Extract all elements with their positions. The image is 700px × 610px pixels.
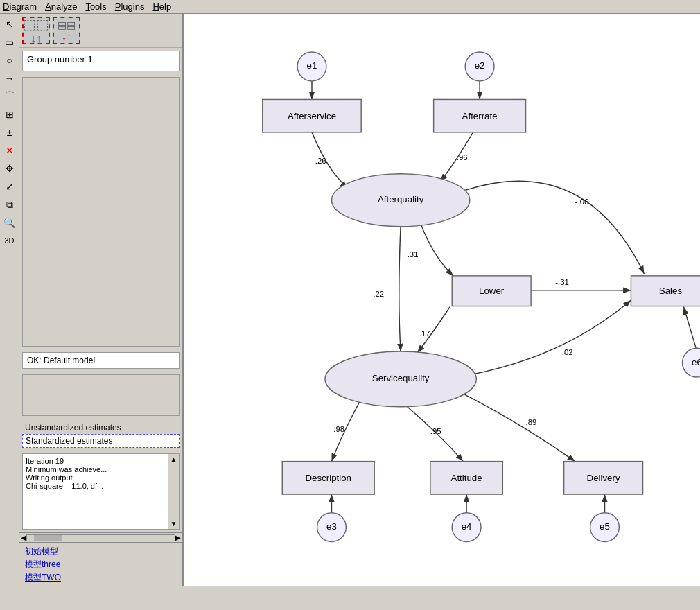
sidebar-icon-error[interactable]: ± bbox=[2, 125, 17, 140]
path-servicequality-delivery bbox=[457, 390, 575, 462]
models-footer: 初始模型 模型three 模型TWO bbox=[19, 542, 182, 586]
label-servicequality-delivery: .89 bbox=[526, 418, 537, 426]
menu-help[interactable]: Help bbox=[152, 1, 171, 12]
menu-plugins[interactable]: Plugins bbox=[115, 1, 145, 12]
log-hscrollbar[interactable]: ◀ ▶ bbox=[19, 532, 182, 542]
path-servicequality-sales bbox=[472, 300, 631, 374]
sidebar-icon-zoom[interactable]: 🔍 bbox=[2, 215, 17, 230]
estimates-area: Unstandardized estimates Standardized es… bbox=[22, 421, 180, 448]
node-servicequality-label: Servicequality bbox=[372, 373, 430, 383]
label-lower-servicequality: .17 bbox=[419, 329, 430, 338]
scroll-up-arrow[interactable]: ▲ bbox=[169, 454, 179, 464]
node-e4-label: e4 bbox=[462, 521, 472, 532]
menu-tools[interactable]: Tools bbox=[85, 1, 106, 12]
label-servicequality-attitude: .95 bbox=[430, 427, 441, 435]
node-e3-label: e3 bbox=[326, 521, 337, 532]
output-log-scrollbar[interactable]: ▲ ▼ bbox=[168, 454, 179, 529]
group-list-area bbox=[22, 77, 180, 347]
label-afterservice-afterquality: .26 bbox=[315, 157, 326, 165]
sidebar-icon-select[interactable]: ↖ bbox=[2, 17, 17, 32]
scroll-right-arrow[interactable]: ▶ bbox=[175, 534, 181, 541]
label-afterquality-servicequality: .22 bbox=[373, 290, 384, 298]
sidebar-icon-resize[interactable]: ⤢ bbox=[2, 179, 17, 194]
node-attitude-label: Attitude bbox=[451, 473, 482, 483]
hscroll-track[interactable] bbox=[26, 534, 175, 541]
label-servicequality-description: .98 bbox=[333, 425, 344, 433]
left-toolbar: ⬚⬚ ↓↑ ▤▤ ↓↑ bbox=[19, 14, 182, 48]
node-lower-label: Lower bbox=[479, 286, 505, 296]
output-log: Iteration 19 Minimum was achieve... Writ… bbox=[22, 453, 180, 530]
path-afterquality-sales bbox=[465, 181, 644, 274]
sidebar-icon-3d[interactable]: 3D bbox=[2, 233, 17, 248]
label-lower-sales: -.31 bbox=[555, 278, 569, 286]
model-link-2[interactable]: 模型TWO bbox=[25, 572, 177, 584]
diagram-svg: .26 .96 -.06 .31 .22 .17 -.31 .02 bbox=[184, 14, 700, 586]
node-afterrate-label: Afterrate bbox=[462, 111, 498, 121]
node-delivery-label: Delivery bbox=[587, 473, 620, 483]
toolbar-arrange-icons[interactable]: ▤▤ ↓↑ bbox=[53, 17, 80, 44]
scroll-down-arrow[interactable]: ▼ bbox=[169, 518, 179, 529]
sidebar-icon-move[interactable]: ✥ bbox=[2, 161, 17, 176]
menu-analyze[interactable]: Analyze bbox=[45, 1, 77, 12]
toolbar-draw-icons[interactable]: ⬚⬚ ↓↑ bbox=[22, 17, 50, 44]
sidebar-icon-draw-rect[interactable]: ▭ bbox=[2, 35, 17, 50]
log-line-3: Writing output bbox=[26, 473, 176, 482]
node-afterservice-label: Afterservice bbox=[288, 111, 336, 121]
model-status: OK: Default model bbox=[22, 352, 180, 369]
model-status-text: OK: Default model bbox=[27, 356, 95, 365]
label-servicequality-sales: .02 bbox=[562, 348, 573, 356]
log-line-1: Iteration 19 bbox=[26, 457, 176, 465]
node-description-label: Description bbox=[306, 473, 351, 483]
label-afterquality-sales: -.06 bbox=[575, 198, 589, 206]
sidebar-icon-arrow[interactable]: → bbox=[2, 71, 17, 86]
node-sales-label: Sales bbox=[659, 286, 683, 296]
sidebar-icon-covariance[interactable]: ⌒ bbox=[2, 89, 17, 104]
log-line-4: Chi-square = 11.0, df... bbox=[26, 482, 176, 490]
scroll-left-arrow[interactable]: ◀ bbox=[21, 534, 26, 541]
unstandardized-estimates[interactable]: Unstandardized estimates bbox=[22, 421, 180, 434]
node-e5-label: e5 bbox=[600, 521, 610, 532]
sidebar-icon-draw-ellipse[interactable]: ○ bbox=[2, 53, 17, 68]
icon-sidebar: ↖ ▭ ○ → ⌒ ⊞ ± ✕ ✥ ⤢ ⧉ 🔍 3D bbox=[0, 14, 19, 586]
label-afterquality-lower: .31 bbox=[408, 250, 419, 259]
group-number-label: Group number 1 bbox=[27, 54, 93, 64]
status-spacer bbox=[22, 374, 180, 416]
model-link-1[interactable]: 模型three bbox=[25, 559, 177, 570]
standardized-estimates[interactable]: Standardized estimates bbox=[22, 434, 180, 448]
log-line-2: Minimum was achieve... bbox=[26, 465, 176, 473]
menu-diagram[interactable]: Diagram bbox=[3, 1, 37, 12]
path-afterquality-lower bbox=[421, 223, 453, 276]
path-e6-sales bbox=[683, 306, 697, 351]
path-afterquality-servicequality bbox=[399, 225, 401, 351]
diagram-area[interactable]: .26 .96 -.06 .31 .22 .17 -.31 .02 bbox=[184, 14, 700, 586]
hscroll-thumb[interactable] bbox=[34, 535, 62, 541]
sidebar-icon-duplicate[interactable]: ⧉ bbox=[2, 197, 17, 212]
node-e6-label: e6 bbox=[692, 357, 700, 367]
node-e2-label: e2 bbox=[475, 60, 485, 71]
left-panel: ↖ ▭ ○ → ⌒ ⊞ ± ✕ ✥ ⤢ ⧉ 🔍 3D ⬚⬚ bbox=[0, 14, 184, 586]
sidebar-icon-x[interactable]: ✕ bbox=[2, 143, 17, 158]
node-e1-label: e1 bbox=[307, 60, 317, 71]
menu-bar: Diagram Analyze Tools Plugins Help bbox=[0, 0, 700, 14]
model-link-0[interactable]: 初始模型 bbox=[25, 546, 177, 557]
group-number-box: Group number 1 bbox=[22, 51, 180, 71]
left-content: ⬚⬚ ↓↑ ▤▤ ↓↑ Group number 1 OK: Defau bbox=[19, 14, 182, 586]
sidebar-icon-variable[interactable]: ⊞ bbox=[2, 107, 17, 122]
main-container: ↖ ▭ ○ → ⌒ ⊞ ± ✕ ✥ ⤢ ⧉ 🔍 3D ⬚⬚ bbox=[0, 14, 700, 586]
label-afterrate-afterquality: .96 bbox=[457, 153, 468, 162]
node-afterquality-label: Afterquality bbox=[378, 194, 424, 204]
